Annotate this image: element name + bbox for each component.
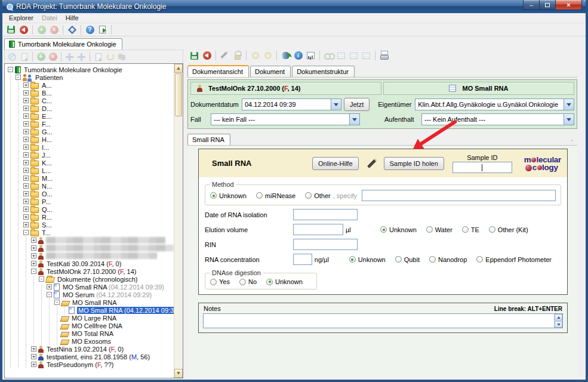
collapse-icon[interactable]: - bbox=[47, 292, 52, 297]
tree-item[interactable]: +M... bbox=[7, 174, 174, 182]
dokumentdatum-combo[interactable]: 04.12.2014 09:39 bbox=[242, 98, 341, 110]
tree-item[interactable]: -T... bbox=[7, 229, 174, 236]
radio-elution-te[interactable]: TE bbox=[462, 226, 479, 233]
tree-scrollbar[interactable] bbox=[174, 64, 183, 378]
chevron-up-icon[interactable]: ⌃ bbox=[569, 138, 575, 146]
tree-item[interactable]: -Patienten bbox=[7, 73, 174, 81]
pencil-icon[interactable] bbox=[365, 157, 378, 170]
tree-item-redacted[interactable]: + bbox=[7, 252, 174, 260]
aufenthalt-combo[interactable]: --- Kein Aufenthalt --- bbox=[421, 113, 574, 125]
chevron-down-icon[interactable] bbox=[349, 114, 359, 125]
expand-icon[interactable]: + bbox=[31, 354, 36, 359]
chevron-down-icon[interactable] bbox=[564, 114, 574, 125]
expand-icon[interactable]: + bbox=[23, 113, 29, 119]
scroll-up-icon[interactable] bbox=[555, 314, 562, 321]
expand-icon[interactable]: + bbox=[23, 222, 29, 227]
maximize-button[interactable] bbox=[540, 0, 556, 10]
radio-elution-other-kit[interactable]: Other (Kit) bbox=[489, 226, 528, 233]
menu-explorer[interactable]: Explorer bbox=[5, 14, 38, 22]
save-icon[interactable] bbox=[189, 50, 200, 61]
collapse-icon[interactable]: - bbox=[16, 75, 21, 80]
revert-icon[interactable] bbox=[18, 24, 29, 35]
scroll-down-icon[interactable] bbox=[555, 321, 562, 328]
online-help-button[interactable]: Online-Hilfe bbox=[312, 157, 358, 170]
expand-icon[interactable]: + bbox=[23, 121, 29, 127]
tree-item-redacted[interactable]: + bbox=[7, 244, 174, 252]
expand-icon[interactable]: + bbox=[23, 214, 29, 220]
fall-combo[interactable]: --- kein Fall --- bbox=[211, 113, 360, 125]
revert-icon[interactable] bbox=[201, 50, 213, 61]
tree-item[interactable]: +H... bbox=[7, 135, 174, 143]
tree-item[interactable]: +MO Small RNA (04.12.2014 09:39) bbox=[7, 283, 174, 291]
tree-item[interactable]: +P... bbox=[7, 198, 174, 205]
notes-textarea[interactable] bbox=[203, 313, 563, 328]
print-icon[interactable] bbox=[378, 50, 390, 61]
tree-item[interactable]: MO Cellfree DNA bbox=[7, 322, 174, 329]
tab-dokumentstruktur[interactable]: Dokumentstruktur bbox=[292, 66, 355, 77]
tree-item[interactable]: +C... bbox=[7, 97, 174, 104]
sample-id-holen-button[interactable]: Sample ID holen bbox=[384, 157, 444, 170]
tree-item[interactable]: +B... bbox=[7, 89, 174, 97]
radio-dnase-yes[interactable]: Yes bbox=[210, 278, 230, 285]
radio-conc-qubit[interactable]: Qubit bbox=[395, 256, 420, 263]
radio-method-unknown[interactable]: Unknown bbox=[210, 192, 247, 199]
radio-elution-water[interactable]: Water bbox=[426, 226, 452, 233]
rin-input[interactable] bbox=[293, 239, 358, 250]
collapse-icon[interactable]: - bbox=[39, 276, 44, 282]
help-icon[interactable]: ? bbox=[84, 24, 96, 35]
tree-item[interactable]: -Dokumente (chronologisch) bbox=[7, 275, 174, 283]
tree-item[interactable]: -Tumorbank Molekulare Onkologie bbox=[7, 66, 174, 73]
radio-method-mirnease[interactable]: miRNease bbox=[256, 192, 295, 199]
tree-item[interactable]: -TestMolOnk 27.10.2000 (F, 14) bbox=[7, 267, 174, 275]
radio-conc-nanodrop[interactable]: Nanodrop bbox=[429, 256, 467, 263]
expand-icon[interactable]: + bbox=[23, 152, 29, 158]
tree-item[interactable]: +TestPseudonym (F, ??) bbox=[7, 361, 174, 368]
expand-icon[interactable]: + bbox=[23, 207, 29, 212]
tree-item[interactable]: +E... bbox=[7, 112, 174, 120]
expand-icon[interactable]: + bbox=[23, 90, 29, 96]
collapse-icon[interactable]: - bbox=[8, 67, 13, 72]
title-bar[interactable]: RDA Projekt: Tumorbank Molekulare Onkolo… bbox=[2, 0, 586, 13]
radio-conc-eppendorf[interactable]: Eppendorf Photometer bbox=[476, 256, 552, 263]
expand-icon[interactable]: + bbox=[23, 129, 29, 134]
expand-icon[interactable]: + bbox=[23, 160, 29, 165]
radio-dnase-unknown[interactable]: Unknown bbox=[266, 278, 303, 285]
tab-dokument[interactable]: Dokument bbox=[250, 66, 291, 77]
database-export-icon[interactable] bbox=[280, 50, 291, 61]
close-button[interactable]: × bbox=[556, 0, 582, 10]
tree-item[interactable]: -MO Serum (04.12.2014 09:29) bbox=[7, 291, 174, 298]
statistics-icon[interactable] bbox=[305, 50, 316, 61]
tree-item[interactable]: +A... bbox=[7, 81, 174, 89]
tree-item[interactable]: +O... bbox=[7, 190, 174, 198]
notes-scrollbar[interactable] bbox=[554, 314, 562, 328]
tree-item[interactable]: MO Small RNA (04.12.2014 09:39) bbox=[7, 306, 174, 314]
expand-icon[interactable]: + bbox=[31, 346, 36, 352]
radio-dnase-no[interactable]: No bbox=[239, 278, 257, 285]
radio-method-other[interactable]: Other bbox=[305, 192, 331, 199]
tree-item[interactable]: +N... bbox=[7, 182, 174, 190]
scrollbar-thumb[interactable] bbox=[175, 73, 182, 116]
tree-item[interactable]: +J... bbox=[7, 151, 174, 159]
expand-icon[interactable]: + bbox=[31, 362, 36, 367]
tree-item-redacted[interactable]: + bbox=[7, 236, 174, 244]
method-specify-input[interactable] bbox=[362, 190, 556, 201]
tree-item[interactable]: +TestKati 30.09.2014 (F, 0) bbox=[7, 260, 174, 267]
expand-icon[interactable]: + bbox=[47, 284, 52, 289]
scroll-up-icon[interactable] bbox=[174, 64, 183, 73]
collapse-icon[interactable]: - bbox=[23, 230, 29, 235]
chevron-down-icon[interactable] bbox=[331, 99, 341, 110]
rna-concentration-input[interactable] bbox=[293, 254, 312, 265]
save-icon[interactable] bbox=[5, 24, 17, 35]
radio-conc-unknown[interactable]: Unknown bbox=[349, 256, 386, 263]
tree-item[interactable]: MO Exosoms bbox=[7, 337, 174, 345]
collapse-icon[interactable]: - bbox=[31, 269, 36, 274]
tree-item[interactable]: +S... bbox=[7, 221, 174, 229]
tree-item[interactable]: +L... bbox=[7, 167, 174, 174]
tab-small-rna[interactable]: Small RNA bbox=[187, 134, 230, 145]
expand-icon[interactable]: + bbox=[23, 191, 29, 196]
info-icon[interactable]: i bbox=[293, 50, 304, 61]
expand-icon[interactable]: + bbox=[23, 144, 29, 150]
expand-icon[interactable]: + bbox=[23, 199, 29, 204]
tree-item[interactable]: MO Total RNA bbox=[7, 329, 174, 337]
tree-item[interactable]: +F... bbox=[7, 120, 174, 128]
